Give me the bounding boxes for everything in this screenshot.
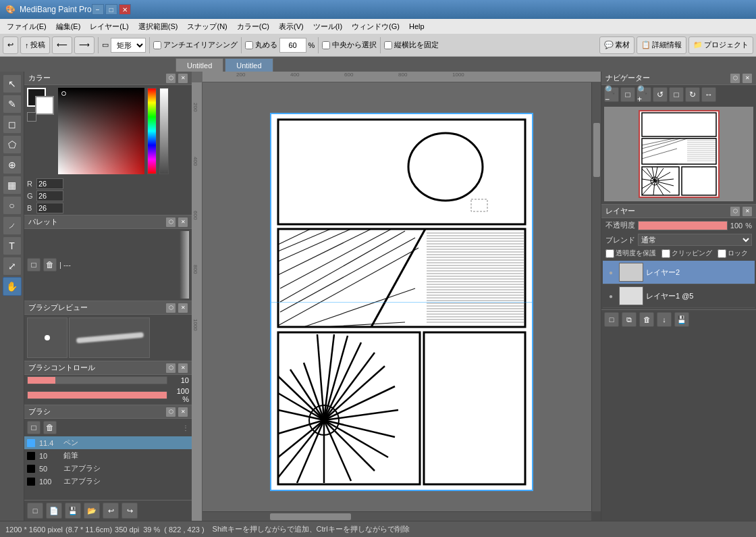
layer-duplicate-button[interactable]: ⧉ (622, 312, 637, 327)
menu-snap[interactable]: スナップ(N) (183, 20, 231, 33)
center-checkbox[interactable] (322, 41, 330, 49)
blend-select[interactable]: 通常 (638, 234, 752, 246)
menu-tool[interactable]: ツール(I) (309, 20, 346, 33)
detail-button[interactable]: 📋 詳細情報 (637, 36, 686, 54)
redo-left-button[interactable]: ⟵ (52, 36, 72, 54)
brush-item-2[interactable]: 50 エアブラシ (24, 462, 192, 475)
navigator-close[interactable]: ✕ (742, 74, 752, 83)
layer-item-1[interactable]: ● レイヤー1 @5 (603, 284, 755, 308)
project-button[interactable]: 📁 プロジェクト (688, 36, 753, 54)
brush-preview-expand[interactable]: ⬡ (166, 303, 176, 313)
palette-new-button[interactable]: □ (27, 258, 40, 272)
b-input[interactable] (36, 203, 63, 213)
line-tool-button[interactable]: ⟋ (3, 216, 22, 235)
rotate-reset-button[interactable]: □ (669, 87, 684, 102)
lb-btn-5[interactable]: ↪ (122, 503, 138, 519)
menu-edit[interactable]: 編集(E) (52, 20, 85, 33)
tab-0[interactable]: Untitled (176, 58, 223, 72)
brush-opacity-bar-container[interactable] (27, 391, 167, 399)
maximize-button[interactable]: □ (105, 4, 117, 15)
menu-select[interactable]: 選択範囲(S) (134, 20, 182, 33)
palette-expand[interactable]: ⬡ (166, 218, 176, 227)
brush-item-0[interactable]: 11.4 ペン (24, 436, 192, 449)
select-tool-button[interactable]: ↖ (3, 74, 22, 93)
brush-control-close[interactable]: ✕ (178, 363, 188, 373)
gradient-tool-button[interactable]: ▦ (3, 176, 22, 195)
brush-list-expand[interactable]: ⬡ (166, 407, 176, 417)
brush-delete-button[interactable]: 🗑 (43, 421, 57, 434)
flip-h-button[interactable]: ↔ (701, 87, 716, 102)
pen-tool-button[interactable]: ✎ (3, 95, 22, 113)
antialias-checkbox[interactable] (153, 41, 161, 49)
brush-item-3[interactable]: 100 エアブラシ (24, 475, 192, 488)
zoom-in-button[interactable]: 🔍+ (637, 87, 651, 102)
shape-select[interactable]: 矩形 (111, 38, 146, 53)
layer-add-button[interactable]: □ (604, 312, 619, 327)
layer-eye-1[interactable]: ● (605, 290, 616, 301)
brush-item-1[interactable]: 10 鉛筆 (24, 449, 192, 462)
text-tool-button[interactable]: T (3, 236, 22, 255)
opacity-slider-v[interactable] (159, 88, 169, 174)
menu-color[interactable]: カラー(C) (233, 20, 273, 33)
lb-btn-2[interactable]: 💾 (65, 503, 81, 519)
h-scroll-thumb[interactable] (270, 513, 351, 520)
ratio-checkbox[interactable] (384, 41, 392, 49)
r-input[interactable] (36, 178, 63, 189)
lb-btn-1[interactable]: 📄 (46, 503, 62, 519)
lb-btn-4[interactable]: ↩ (103, 503, 119, 519)
g-input[interactable] (36, 190, 63, 201)
tab-1[interactable]: Untitled (225, 58, 273, 72)
menu-help[interactable]: Help (405, 21, 429, 32)
round-checkbox[interactable] (245, 41, 253, 49)
post-button[interactable]: ↑ 投稿 (20, 36, 50, 54)
undo-button[interactable]: ↩ (3, 36, 18, 54)
palette-delete-button[interactable]: 🗑 (43, 258, 57, 272)
palette-close[interactable]: ✕ (178, 218, 188, 227)
layer-delete-button[interactable]: 🗑 (639, 312, 654, 327)
horizontal-scrollbar[interactable] (202, 511, 591, 521)
lb-btn-0[interactable]: □ (27, 503, 43, 519)
minimize-button[interactable]: − (92, 4, 104, 15)
menu-window[interactable]: ウィンドウ(G) (348, 20, 404, 33)
rotate-right-button[interactable]: ↻ (685, 87, 700, 102)
v-scroll-thumb[interactable] (593, 123, 600, 177)
material-button[interactable]: 💬 素材 (599, 36, 634, 54)
zoom-out-button[interactable]: 🔍− (604, 87, 619, 102)
bucket-tool-button[interactable]: ⬠ (3, 135, 22, 154)
eyedrop-tool-button[interactable]: ⊕ (3, 155, 22, 174)
brush-add-button[interactable]: □ (27, 421, 40, 434)
rotate-left-button[interactable]: ↺ (653, 87, 668, 102)
lb-btn-3[interactable]: 📂 (84, 503, 100, 519)
alpha-lock-label[interactable]: 透明度を保護 (605, 249, 656, 258)
transform-button[interactable]: ⤢ (3, 257, 22, 276)
vertical-scrollbar[interactable] (591, 82, 601, 511)
clipping-label[interactable]: クリッピング (662, 249, 712, 258)
layer-eye-0[interactable]: ● (605, 267, 616, 278)
lock-checkbox[interactable] (718, 249, 726, 258)
shape-tool-button[interactable]: ○ (3, 196, 22, 215)
menu-view[interactable]: 表示(V) (275, 20, 308, 33)
brush-preview-close[interactable]: ✕ (178, 303, 188, 313)
menu-file[interactable]: ファイル(E) (3, 20, 51, 33)
redo-right-button[interactable]: ⟶ (74, 36, 94, 54)
opacity-bar[interactable] (638, 221, 728, 230)
color-panel-expand[interactable]: ⬡ (166, 74, 176, 83)
layer-item-0[interactable]: ● レイヤー2 (603, 261, 755, 284)
brush-size-bar-container[interactable] (27, 376, 167, 384)
hand-tool-button[interactable]: ✋ (3, 277, 22, 296)
manga-canvas[interactable] (270, 113, 533, 491)
color-gradient-picker[interactable] (58, 88, 144, 174)
zoom-fit-button[interactable]: □ (620, 87, 635, 102)
navigator-thumbnail[interactable] (639, 110, 720, 198)
brush-list-close[interactable]: ✕ (178, 407, 188, 417)
eraser-tool-button[interactable]: ◻ (3, 115, 22, 134)
close-button[interactable]: ✕ (119, 4, 131, 15)
canvas-scroll-area[interactable] (202, 82, 601, 521)
palette-scroll-indicator[interactable] (180, 231, 189, 299)
hue-slider[interactable] (147, 88, 157, 174)
lock-label[interactable]: ロック (718, 249, 748, 258)
layers-close[interactable]: ✕ (742, 207, 752, 216)
round-value-input[interactable] (279, 38, 306, 53)
layer-merge-button[interactable]: ↓ (657, 312, 672, 327)
color-panel-close[interactable]: ✕ (178, 74, 188, 83)
